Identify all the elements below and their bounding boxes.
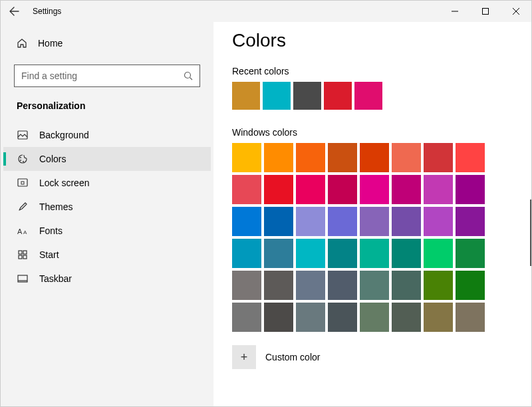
windows-color-swatch[interactable] [456,175,485,204]
windows-color-swatch[interactable] [392,271,421,300]
scrollbar[interactable] [530,200,531,266]
window-controls [440,1,531,22]
windows-color-swatch[interactable] [424,303,453,332]
windows-color-swatch[interactable] [360,271,389,300]
windows-color-swatch[interactable] [328,239,357,268]
windows-color-swatch[interactable] [328,175,357,204]
windows-color-swatch[interactable] [456,207,485,236]
recent-colors-row [232,82,513,110]
svg-text:A: A [17,227,23,235]
windows-color-swatch[interactable] [392,143,421,172]
windows-color-swatch[interactable] [264,143,293,172]
windows-color-swatch[interactable] [328,143,357,172]
svg-line-3 [190,78,193,80]
sidebar-item-start[interactable]: Start [3,243,211,267]
windows-color-swatch[interactable] [296,303,325,332]
nav-label: Start [39,249,59,260]
search-input[interactable] [14,65,200,87]
windows-color-swatch[interactable] [360,239,389,268]
maximize-button[interactable] [470,1,501,22]
windows-color-swatch[interactable] [328,207,357,236]
windows-color-swatch[interactable] [392,239,421,268]
windows-color-swatch[interactable] [360,207,389,236]
windows-color-swatch[interactable] [232,143,261,172]
svg-point-5 [20,157,21,158]
svg-rect-4 [18,131,27,139]
windows-color-swatch[interactable] [456,271,485,300]
svg-text:A: A [23,229,27,235]
svg-point-2 [185,72,191,78]
search-icon [184,71,193,80]
windows-color-swatch[interactable] [360,175,389,204]
windows-color-swatch[interactable] [392,303,421,332]
windows-color-swatch[interactable] [232,175,261,204]
svg-rect-14 [19,255,22,259]
windows-color-swatch[interactable] [424,143,453,172]
sidebar: Home Personalization Background Colors L… [1,22,213,407]
recent-colors-label: Recent colors [232,66,513,76]
windows-color-swatch[interactable] [296,271,325,300]
windows-color-swatch[interactable] [296,175,325,204]
windows-color-swatch[interactable] [232,271,261,300]
sidebar-item-colors[interactable]: Colors [3,147,211,171]
windows-color-swatch[interactable] [264,175,293,204]
back-button[interactable] [1,1,27,22]
start-icon [17,249,29,260]
custom-color-row[interactable]: + Custom color [232,345,513,369]
windows-color-swatch[interactable] [424,207,453,236]
svg-rect-13 [23,251,27,254]
sidebar-item-lockscreen[interactable]: Lock screen [3,171,211,195]
main-content: Colors Recent colors Windows colors + Cu… [213,22,531,407]
home-label: Home [38,38,63,49]
section-heading: Personalization [3,100,211,123]
home-link[interactable]: Home [3,33,211,54]
recent-color-swatch[interactable] [354,82,382,110]
home-icon [17,38,27,49]
svg-point-6 [20,160,21,161]
sidebar-item-fonts[interactable]: AA Fonts [3,219,211,243]
windows-color-swatch[interactable] [392,175,421,204]
minimize-button[interactable] [440,1,470,22]
sidebar-item-background[interactable]: Background [3,123,211,147]
recent-color-swatch[interactable] [324,82,352,110]
windows-color-swatch[interactable] [232,239,261,268]
windows-color-swatch[interactable] [296,207,325,236]
page-title: Colors [232,30,513,51]
windows-color-swatch[interactable] [456,143,485,172]
svg-rect-8 [18,179,27,186]
windows-color-swatch[interactable] [360,303,389,332]
windows-color-swatch[interactable] [360,143,389,172]
sidebar-item-taskbar[interactable]: Taskbar [3,267,211,291]
windows-color-swatch[interactable] [392,207,421,236]
brush-icon [17,202,29,212]
windows-color-swatch[interactable] [296,143,325,172]
windows-color-swatch[interactable] [232,207,261,236]
windows-color-swatch[interactable] [328,303,357,332]
custom-color-button[interactable]: + [232,345,256,369]
recent-color-swatch[interactable] [293,82,321,110]
sidebar-item-themes[interactable]: Themes [3,195,211,219]
windows-color-swatch[interactable] [424,175,453,204]
svg-rect-12 [19,251,22,254]
window-title: Settings [33,7,61,16]
windows-color-swatch[interactable] [232,303,261,332]
close-button[interactable] [501,1,531,22]
windows-color-swatch[interactable] [264,303,293,332]
back-arrow-icon [9,6,19,17]
windows-color-swatch[interactable] [264,207,293,236]
windows-color-swatch[interactable] [264,239,293,268]
recent-color-swatch[interactable] [263,82,291,110]
windows-color-swatch[interactable] [456,303,485,332]
windows-color-swatch[interactable] [424,239,453,268]
svg-rect-9 [21,182,24,184]
windows-colors-grid [232,143,513,332]
svg-rect-1 [483,9,489,15]
windows-color-swatch[interactable] [328,271,357,300]
windows-color-swatch[interactable] [264,271,293,300]
search-field[interactable] [21,70,168,81]
recent-color-swatch[interactable] [232,82,260,110]
lockscreen-icon [17,178,29,188]
windows-color-swatch[interactable] [456,239,485,268]
windows-color-swatch[interactable] [296,239,325,268]
windows-color-swatch[interactable] [424,271,453,300]
